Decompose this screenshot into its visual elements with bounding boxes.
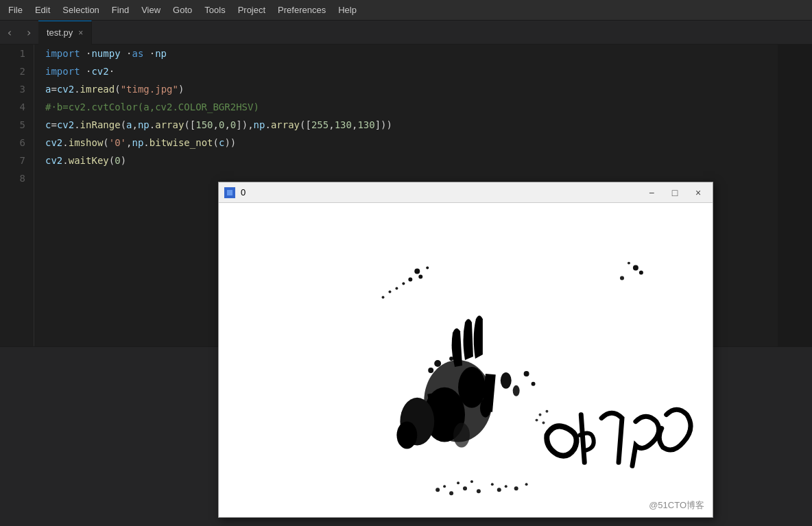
- svg-point-44: [545, 410, 548, 413]
- svg-point-46: [542, 422, 545, 425]
- float-minimize-button[interactable]: −: [643, 186, 660, 200]
- tab-filename: test.py: [47, 27, 73, 38]
- svg-point-36: [491, 483, 494, 486]
- svg-point-26: [639, 271, 643, 275]
- line-num-8: 8: [20, 169, 25, 187]
- svg-rect-2: [219, 203, 713, 517]
- svg-point-22: [434, 360, 441, 367]
- svg-point-21: [532, 382, 536, 386]
- watermark-text: @51CTO博客: [649, 499, 704, 512]
- svg-point-33: [463, 486, 467, 490]
- float-close-button[interactable]: ×: [689, 186, 707, 200]
- svg-point-18: [501, 372, 512, 389]
- svg-point-25: [633, 265, 638, 271]
- svg-point-35: [477, 489, 481, 493]
- line-num-4: 4: [20, 98, 25, 116]
- line-num-3: 3: [20, 80, 25, 98]
- svg-point-37: [497, 488, 501, 492]
- svg-point-38: [505, 485, 508, 488]
- menu-project[interactable]: Project: [232, 2, 271, 18]
- code-line-7: cv2.waitKey(0): [45, 152, 812, 169]
- tab-close-button[interactable]: ×: [78, 28, 83, 38]
- float-maximize-button[interactable]: □: [666, 186, 684, 200]
- menu-bar: File Edit Selection Find View Goto Tools…: [0, 0, 812, 21]
- svg-point-31: [449, 491, 453, 495]
- menu-help[interactable]: Help: [333, 2, 362, 18]
- line-num-5: 5: [20, 116, 25, 134]
- svg-point-43: [539, 414, 542, 416]
- svg-point-29: [435, 488, 440, 492]
- svg-rect-1: [227, 190, 232, 195]
- svg-point-3: [414, 269, 420, 274]
- line-numbers: 1 2 3 4 5 6 7 8: [0, 45, 34, 346]
- minimap: [778, 45, 812, 346]
- menu-file[interactable]: File: [3, 2, 28, 18]
- svg-point-23: [428, 368, 433, 373]
- menu-tools[interactable]: Tools: [199, 2, 230, 18]
- line-num-2: 2: [20, 62, 25, 80]
- code-line-5: c=cv2.inRange(a,np.array([150,0,0]),np.a…: [45, 116, 812, 134]
- line-num-6: 6: [20, 134, 25, 152]
- menu-find[interactable]: Find: [106, 2, 134, 18]
- menu-view[interactable]: View: [136, 2, 166, 18]
- float-image-content: @51CTO博客: [219, 203, 713, 517]
- svg-point-7: [408, 278, 412, 282]
- float-titlebar: 0 − □ ×: [219, 182, 713, 203]
- svg-point-8: [388, 290, 391, 293]
- code-line-3: a=cv2.imread("timg.jpg"): [45, 80, 812, 98]
- menu-edit[interactable]: Edit: [29, 2, 56, 18]
- svg-point-42: [480, 398, 491, 418]
- svg-point-30: [443, 485, 446, 488]
- svg-point-10: [382, 296, 385, 298]
- svg-point-4: [418, 275, 422, 279]
- float-image-svg: [219, 203, 713, 517]
- line-num-7: 7: [20, 152, 25, 169]
- float-title-text: 0: [241, 187, 637, 198]
- svg-point-6: [402, 282, 405, 285]
- tab-bar: ‹ › test.py ×: [0, 21, 812, 45]
- tab-nav-left[interactable]: ‹: [0, 21, 19, 45]
- float-window-icon: [224, 187, 235, 198]
- menu-selection[interactable]: Selection: [57, 2, 104, 18]
- svg-point-17: [396, 422, 417, 449]
- svg-point-20: [524, 371, 529, 376]
- svg-point-39: [514, 486, 518, 490]
- code-line-1: import ·numpy ·as ·np: [45, 45, 812, 62]
- code-line-2: import ·cv2·: [45, 62, 812, 80]
- svg-point-34: [470, 480, 473, 483]
- svg-point-9: [395, 287, 398, 289]
- menu-goto[interactable]: Goto: [167, 2, 198, 18]
- menu-preferences[interactable]: Preferences: [272, 2, 331, 18]
- svg-point-5: [426, 267, 429, 270]
- svg-point-28: [620, 276, 624, 280]
- svg-point-27: [628, 262, 630, 265]
- svg-point-45: [536, 419, 538, 422]
- svg-point-32: [457, 481, 459, 484]
- line-num-1: 1: [20, 45, 25, 62]
- svg-point-41: [453, 423, 470, 448]
- tab-nav-right[interactable]: ›: [19, 21, 38, 45]
- tab-testpy[interactable]: test.py ×: [38, 21, 92, 45]
- code-line-6: cv2.imshow('0',np.bitwise_not(c)): [45, 134, 812, 152]
- svg-point-19: [513, 385, 520, 396]
- svg-point-40: [525, 483, 528, 486]
- code-line-4: #·b=cv2.cvtColor(a,cv2.COLOR_BGR2HSV): [45, 98, 812, 116]
- float-window: 0 − □ ×: [218, 182, 713, 518]
